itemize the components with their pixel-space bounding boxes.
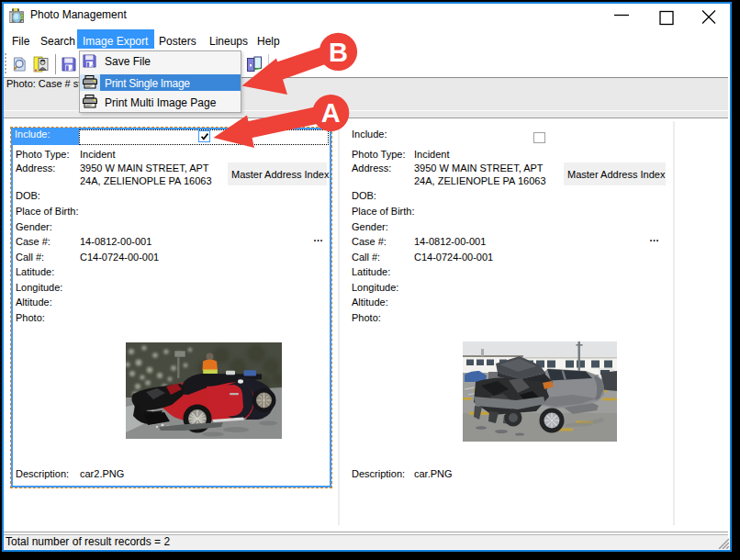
svg-text:A: A xyxy=(321,98,341,128)
svg-text:B: B xyxy=(329,38,348,67)
